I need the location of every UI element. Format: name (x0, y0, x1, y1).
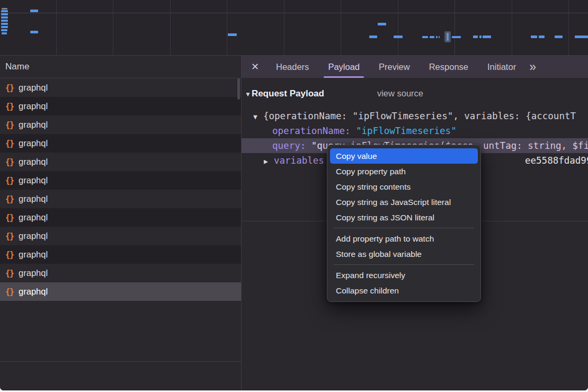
request-row[interactable]: {}graphql (0, 264, 241, 282)
request-timing-bar (30, 31, 38, 33)
name-column-header[interactable]: Name (0, 56, 241, 78)
menu-item-copy-string-as-json-literal[interactable]: Copy string as JSON literal (327, 210, 480, 225)
tab-headers[interactable]: Headers (269, 56, 316, 78)
request-name-label: graphql (19, 83, 48, 93)
property-value: "ipFlowTimeseries" (356, 126, 457, 136)
json-braces-icon: {} (5, 102, 14, 111)
json-braces-icon: {} (5, 213, 14, 222)
json-braces-icon: {} (5, 194, 14, 204)
request-name-label: graphql (19, 101, 48, 111)
request-timing-bar (1, 10, 8, 12)
overview-gridline (568, 0, 569, 55)
request-timing-bar (539, 35, 545, 38)
json-braces-icon: {} (5, 139, 14, 148)
request-timing-bar (473, 35, 478, 38)
json-braces-icon: {} (5, 269, 14, 278)
overview-gridline (227, 0, 227, 55)
network-overview-timeline[interactable] (0, 0, 588, 56)
request-timing-bar (436, 36, 438, 38)
request-name-label: graphql (19, 194, 48, 204)
menu-item-copy-property-path[interactable]: Copy property path (327, 164, 480, 179)
property-key: operationName: (272, 126, 356, 136)
request-row[interactable]: {}graphql (0, 78, 241, 97)
tab-response[interactable]: Response (422, 56, 475, 78)
triangle-down-icon: ▼ (253, 110, 263, 123)
request-timing-bar (1, 23, 8, 25)
request-row[interactable]: {}graphql (0, 115, 241, 134)
tree-row-object-preview[interactable]: ▼{operationName: "ipFlowTimeseries", var… (242, 109, 588, 123)
request-name-label: graphql (19, 287, 48, 297)
triangle-down-icon: ▼ (245, 91, 251, 98)
overview-horizontal-gridline (0, 13, 588, 13)
menu-separator (334, 264, 474, 265)
view-source-link[interactable]: view source (377, 88, 423, 99)
request-row[interactable]: {}graphql (0, 134, 241, 153)
overview-gridline (284, 0, 284, 55)
request-name-label: graphql (19, 231, 48, 241)
request-timing-bar (430, 36, 434, 38)
menu-item-expand-recursively[interactable]: Expand recursively (327, 268, 480, 283)
close-icon[interactable]: ✕ (251, 61, 262, 73)
property-value-continuation: ee5588fdad995178a0 (525, 153, 588, 168)
overview-gridline (170, 0, 171, 55)
request-name-label: graphql (19, 212, 48, 222)
request-row[interactable]: {}graphql (0, 282, 241, 301)
detail-tab-bar: ✕ HeadersPayloadPreviewResponseInitiator… (242, 56, 588, 78)
request-timing-bar (555, 35, 563, 38)
triangle-right-icon: ▶ (264, 154, 274, 168)
property-value-continuation: untTag: string, $fil (483, 138, 588, 153)
request-row[interactable]: {}graphql (0, 97, 241, 115)
overview-gridline (341, 0, 341, 55)
overview-gridline (455, 0, 455, 55)
request-row[interactable]: {}graphql (0, 245, 241, 264)
request-name-label: graphql (19, 120, 48, 130)
selected-request-marker-bar (447, 33, 449, 41)
menu-item-copy-string-contents[interactable]: Copy string contents (327, 179, 480, 194)
request-row[interactable]: {}graphql (0, 153, 241, 171)
request-timing-bar (1, 13, 8, 15)
request-timing-bar (30, 10, 38, 12)
request-timing-bar (439, 36, 440, 38)
request-timing-bar (452, 36, 461, 38)
request-timing-bar (531, 35, 537, 38)
request-name-label: graphql (19, 175, 48, 185)
tree-row-operation-name[interactable]: operationName: "ipFlowTimeseries" (242, 123, 588, 138)
tab-preview[interactable]: Preview (372, 56, 417, 78)
tab-initiator[interactable]: Initiator (480, 56, 523, 78)
request-list: {}graphql{}graphql{}graphql{}graphql{}gr… (0, 78, 241, 301)
request-timing-bar (378, 23, 386, 25)
scrollbar-thumb[interactable] (237, 78, 240, 100)
request-row[interactable]: {}graphql (0, 171, 241, 190)
request-timing-bar (228, 33, 237, 36)
request-row[interactable]: {}graphql (0, 208, 241, 227)
json-braces-icon: {} (5, 231, 14, 241)
request-timing-bar (2, 32, 7, 34)
menu-item-store-as-global-variable[interactable]: Store as global variable (327, 246, 480, 262)
property-key: variables (274, 155, 324, 166)
tab-payload[interactable]: Payload (321, 56, 367, 78)
json-braces-icon: {} (5, 250, 14, 260)
menu-item-collapse-children[interactable]: Collapse children (327, 283, 480, 298)
request-payload-section-header[interactable]: ▼ Request Payload view source (245, 88, 423, 99)
section-title: Request Payload (252, 88, 324, 99)
menu-item-add-property-path-to-watch[interactable]: Add property path to watch (327, 231, 480, 246)
request-timing-bar (369, 35, 377, 38)
menu-separator (334, 228, 474, 228)
devtools-network-panel: Name {}graphql{}graphql{}graphql{}graphq… (0, 0, 588, 390)
menu-item-copy-value[interactable]: Copy value (330, 148, 478, 164)
more-tabs-chevron-icon[interactable]: » (529, 56, 536, 78)
request-row[interactable]: {}graphql (0, 190, 241, 208)
request-timing-bar (479, 35, 482, 38)
request-name-label: graphql (19, 138, 48, 148)
overview-gridline (113, 0, 113, 55)
menu-item-copy-string-as-javascript-literal[interactable]: Copy string as JavaScript literal (327, 194, 480, 210)
overview-gridline (512, 0, 512, 55)
request-timing-bar (1, 16, 8, 19)
json-braces-icon: {} (5, 287, 14, 297)
json-braces-icon: {} (5, 83, 14, 93)
json-braces-icon: {} (5, 176, 14, 185)
tabs-holder: HeadersPayloadPreviewResponseInitiator (269, 56, 528, 78)
json-braces-icon: {} (5, 157, 14, 167)
request-name-label: graphql (19, 268, 48, 278)
request-row[interactable]: {}graphql (0, 227, 241, 245)
